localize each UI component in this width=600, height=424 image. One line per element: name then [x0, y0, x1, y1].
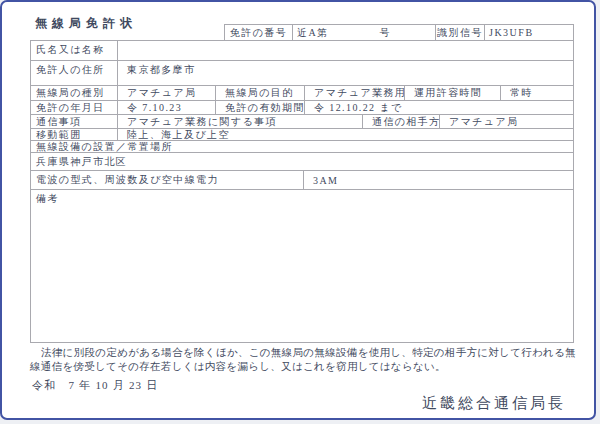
- table-row: 移動範囲 陸上、海上及び上空: [31, 129, 573, 141]
- remarks-cell: 備考: [31, 190, 573, 342]
- callsign-label: 識別信号: [436, 25, 485, 40]
- table-row: 通信事項 アマチュア業務に関する事項 通信の相手方 アマチュア局: [31, 115, 573, 129]
- name-value: [118, 41, 573, 60]
- mobile-range-value: 陸上、海上及び上空: [118, 129, 573, 140]
- address-label: 免許人の住所: [31, 61, 118, 85]
- table-row: 兵庫県神戸市北区: [31, 153, 573, 171]
- license-document-page: 無線局免許状 免許の番号 近A第 号 識別信号 JK3UFB 氏名又は名称 免許…: [0, 0, 596, 420]
- license-number-header-table: 免許の番号 近A第 号 識別信号 JK3UFB: [224, 24, 574, 41]
- comm-matters-label: 通信事項: [31, 115, 118, 128]
- callsign-value: JK3UFB: [485, 25, 573, 40]
- counterpart-value: アマチュア局: [440, 115, 573, 128]
- hours-label: 運用許容時間: [405, 86, 501, 100]
- hours-value: 常時: [501, 86, 573, 100]
- table-row: 無線局の種別 アマチュア局 無線局の目的 アマチュア業務用 運用許容時間 常時: [31, 86, 573, 101]
- license-number-label: 免許の番号: [225, 25, 293, 40]
- validity-value: 令 12.10.22 まで: [305, 101, 573, 114]
- address-value: 東京都多摩市: [118, 61, 573, 85]
- table-row: 備考: [31, 190, 573, 342]
- document-title: 無線局免許状: [35, 15, 137, 32]
- table-row: 氏名又は名称: [31, 41, 573, 61]
- mobile-range-label: 移動範囲: [31, 129, 118, 140]
- license-date-value: 令 7.10.23: [118, 101, 216, 114]
- location-label: 無線設備の設置／常置場所: [31, 141, 573, 152]
- radio-spec-label: 電波の型式、周波数及び空中線電力: [31, 171, 304, 189]
- table-row: 免許の年月日 令 7.10.23 免許の有効期間 令 12.10.22 まで: [31, 101, 573, 115]
- station-type-value: アマチュア局: [118, 86, 216, 100]
- license-number-suffix: 号: [380, 26, 392, 40]
- name-label: 氏名又は名称: [31, 41, 118, 60]
- validity-label: 免許の有効期間: [216, 101, 305, 114]
- counterpart-label: 通信の相手方: [363, 115, 440, 128]
- issuer-signature: 近畿総合通信局長: [422, 394, 566, 413]
- license-date-label: 免許の年月日: [31, 101, 118, 114]
- table-row: 免許人の住所 東京都多摩市: [31, 61, 573, 86]
- remarks-label: 備考: [36, 192, 59, 206]
- table-row: 電波の型式、周波数及び空中線電力 3AM: [31, 171, 573, 190]
- legal-notice-text: 法律に別段の定めがある場合を除くほか、この無線局の無線設備を使用し、特定の相手方…: [30, 346, 576, 373]
- station-type-label: 無線局の種別: [31, 86, 118, 100]
- license-number-prefix: 近A第: [297, 26, 329, 40]
- license-number-value: 近A第 号: [293, 25, 436, 40]
- radio-spec-value: 3AM: [304, 171, 573, 189]
- comm-matters-value: アマチュア業務に関する事項: [118, 115, 363, 128]
- issue-date: 令和 7 年 10 月 23 日: [32, 378, 158, 393]
- purpose-value: アマチュア業務用: [305, 86, 405, 100]
- location-value: 兵庫県神戸市北区: [31, 153, 573, 170]
- purpose-label: 無線局の目的: [216, 86, 305, 100]
- table-row: 無線設備の設置／常置場所: [31, 141, 573, 153]
- license-details-table: 氏名又は名称 免許人の住所 東京都多摩市 無線局の種別 アマチュア局 無線局の目…: [30, 40, 574, 343]
